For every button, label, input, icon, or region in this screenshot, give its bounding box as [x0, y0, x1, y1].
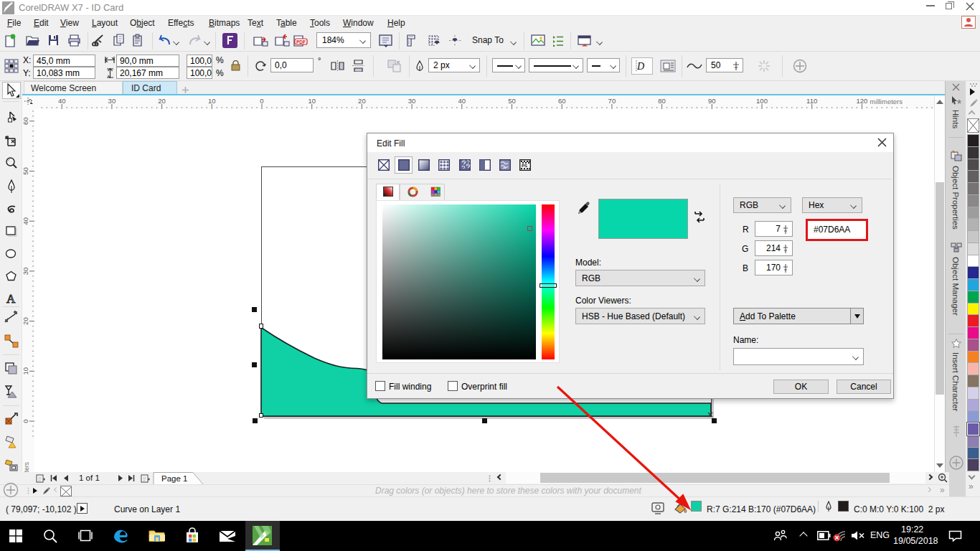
- svg-text:50: 50: [22, 167, 29, 175]
- svg-text:80: 80: [658, 97, 666, 105]
- svg-text:millimeters: millimeters: [23, 462, 30, 472]
- svg-text:30: 30: [408, 97, 416, 105]
- svg-text:40: 40: [58, 97, 66, 105]
- svg-text:40: 40: [22, 217, 29, 225]
- svg-text:50: 50: [508, 97, 516, 105]
- svg-text:20: 20: [22, 317, 29, 325]
- svg-text:120: 120: [856, 97, 867, 105]
- svg-text:90: 90: [708, 97, 716, 105]
- svg-text:D: D: [636, 61, 644, 72]
- svg-text:30: 30: [108, 97, 116, 105]
- svg-text:110: 110: [806, 97, 817, 105]
- svg-text:10: 10: [208, 97, 216, 105]
- svg-text:20: 20: [358, 97, 366, 105]
- svg-text:PDF: PDF: [296, 39, 306, 44]
- svg-text:60: 60: [558, 97, 566, 105]
- svg-text:0: 0: [22, 419, 29, 423]
- svg-text:100: 100: [756, 97, 768, 105]
- svg-text:A: A: [6, 292, 16, 306]
- svg-text:Page 1: Page 1: [161, 474, 187, 483]
- svg-text:0: 0: [260, 97, 263, 105]
- svg-text:10: 10: [308, 97, 316, 105]
- svg-text:PS: PS: [522, 164, 527, 168]
- svg-text:60: 60: [22, 118, 29, 126]
- svg-text:20: 20: [158, 97, 166, 105]
- svg-text:30: 30: [22, 268, 29, 276]
- svg-text:70: 70: [608, 97, 616, 105]
- svg-text:40: 40: [458, 97, 466, 105]
- svg-text:10: 10: [22, 367, 29, 375]
